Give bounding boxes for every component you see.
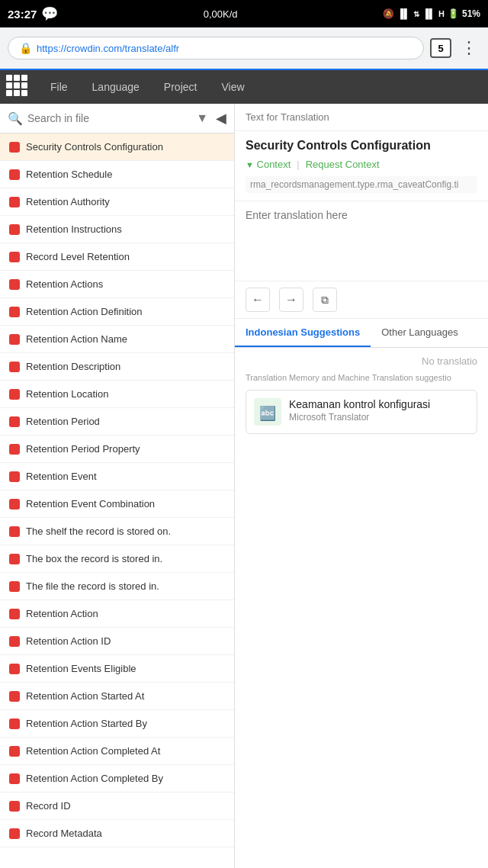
file-item-12[interactable]: Retention Period Property	[0, 436, 234, 463]
status-dot	[9, 252, 20, 262]
file-item-19[interactable]: Retention Action ID	[0, 628, 234, 655]
suggestions-tabs: Indonesian Suggestions Other Languages	[235, 319, 488, 348]
search-input[interactable]	[27, 112, 191, 124]
file-item-22[interactable]: Retention Action Started By	[0, 710, 234, 738]
file-item-1[interactable]: Security Controls Configuration	[0, 133, 234, 161]
network-speed: 0,00K/d	[204, 8, 238, 20]
file-item-26[interactable]: Record Metadata	[0, 820, 234, 847]
request-context-link[interactable]: Request Context	[306, 159, 380, 170]
status-dot	[9, 416, 20, 427]
file-item-label: Retention Action Name	[26, 333, 127, 345]
grid-icon[interactable]	[6, 75, 30, 99]
translation-input[interactable]	[246, 209, 477, 270]
status-dot	[9, 746, 20, 757]
file-item-label: Retention Action Completed By	[26, 773, 163, 784]
left-panel: 🔍 ▼ ◀ Security Controls ConfigurationRet…	[0, 104, 235, 868]
right-panel: Text for Translation Security Controls C…	[235, 104, 488, 868]
file-item-label: Retention Action	[26, 608, 98, 619]
file-item-25[interactable]: Record ID	[0, 792, 234, 820]
status-dot	[9, 664, 20, 674]
suggestion-card[interactable]: 🔤 Keamanan kontrol konfigurasi Microsoft…	[246, 390, 477, 434]
status-dot	[9, 224, 20, 235]
file-item-14[interactable]: Retention Event Combination	[0, 490, 234, 518]
file-item-9[interactable]: Retention Description	[0, 353, 234, 381]
file-item-label: The shelf the record is stored on.	[26, 526, 171, 537]
signal-icon: ▐▌	[397, 8, 410, 19]
status-dot	[9, 828, 20, 839]
file-item-13[interactable]: Retention Event	[0, 463, 234, 490]
nav-language[interactable]: Language	[82, 76, 150, 98]
prev-button[interactable]: ←	[246, 288, 270, 312]
file-item-5[interactable]: Record Level Retention	[0, 243, 234, 271]
status-dot	[9, 801, 20, 812]
file-item-3[interactable]: Retention Authority	[0, 188, 234, 216]
lock-icon: 🔒	[19, 42, 32, 54]
file-item-2[interactable]: Retention Schedule	[0, 161, 234, 188]
nav-project[interactable]: Project	[153, 76, 208, 98]
nav-file[interactable]: File	[40, 76, 79, 98]
copy-source-button[interactable]: ⧉	[313, 288, 337, 312]
status-dot	[9, 719, 20, 729]
file-item-label: Retention Period Property	[26, 443, 140, 455]
file-item-8[interactable]: Retention Action Name	[0, 326, 234, 353]
file-item-label: Retention Location	[26, 388, 108, 400]
file-item-label: Retention Action Started By	[26, 718, 147, 729]
source-key: rma_recordsmanagement.type.rma_caveatCon…	[246, 176, 477, 193]
file-item-16[interactable]: The box the record is stored in.	[0, 545, 234, 573]
file-item-18[interactable]: Retention Action	[0, 600, 234, 628]
file-item-label: Record ID	[26, 800, 71, 812]
status-dot	[9, 279, 20, 290]
svg-text:🔤: 🔤	[259, 405, 277, 422]
status-dot	[9, 362, 20, 372]
suggestion-source-text: Microsoft Translator	[289, 412, 430, 423]
file-item-17[interactable]: The file the record is stored in.	[0, 573, 234, 600]
battery-icon: 🔋	[448, 8, 459, 19]
file-item-4[interactable]: Retention Instructions	[0, 216, 234, 243]
file-item-10[interactable]: Retention Location	[0, 381, 234, 408]
file-item-15[interactable]: The shelf the record is stored on.	[0, 518, 234, 545]
file-item-6[interactable]: Retention Actions	[0, 271, 234, 298]
suggestions-content: No translatio Translation Memory and Mac…	[235, 348, 488, 868]
file-item-label: Retention Events Eligible	[26, 663, 136, 674]
file-item-21[interactable]: Retention Action Started At	[0, 683, 234, 710]
tab-indonesian[interactable]: Indonesian Suggestions	[235, 319, 371, 347]
file-item-20[interactable]: Retention Events Eligible	[0, 655, 234, 683]
file-item-11[interactable]: Retention Period	[0, 408, 234, 436]
status-dot	[9, 307, 20, 317]
file-item-label: Retention Event	[26, 471, 97, 482]
url-input[interactable]: 🔒 https://crowdin.com/translate/alfr	[8, 37, 424, 59]
url-text: https://crowdin.com/translate/alfr	[37, 43, 179, 54]
source-title: Security Controls Configuration	[246, 139, 477, 153]
time: 23:27	[8, 8, 37, 21]
nav-arrows: ← → ⧉	[235, 281, 488, 319]
filter-icon[interactable]: ▼	[196, 111, 208, 125]
text-for-translation-label: Text for Translation	[246, 111, 329, 123]
status-dot	[9, 334, 20, 345]
status-dot	[9, 636, 20, 647]
tab-count-button[interactable]: 5	[430, 38, 451, 58]
file-item-24[interactable]: Retention Action Completed By	[0, 765, 234, 792]
context-link[interactable]: ▼ Context	[246, 159, 291, 170]
status-dot	[9, 499, 20, 510]
status-bar: 23:27 💬 0,00K/d 🔕 ▐▌ ⇅ ▐▌ H 🔋 51%	[0, 0, 488, 27]
h-icon: H	[438, 9, 445, 18]
more-options-button[interactable]: ⋮	[458, 38, 480, 58]
search-bar: 🔍 ▼ ◀	[0, 104, 234, 133]
file-item-label: Security Controls Configuration	[26, 141, 163, 153]
nav-bar: File Language Project View	[0, 70, 488, 104]
status-dot	[9, 142, 20, 153]
next-button[interactable]: →	[279, 288, 303, 312]
source-text-box: Security Controls Configuration ▼ Contex…	[235, 131, 488, 201]
file-item-label: The box the record is stored in.	[26, 553, 162, 564]
nav-view[interactable]: View	[210, 76, 255, 98]
collapse-icon[interactable]: ◀	[216, 110, 226, 127]
file-item-7[interactable]: Retention Action Definition	[0, 298, 234, 326]
file-item-label: Record Level Retention	[26, 251, 130, 262]
tab-other-languages[interactable]: Other Languages	[371, 319, 468, 347]
file-item-23[interactable]: Retention Action Completed At	[0, 738, 234, 765]
status-dot	[9, 197, 20, 207]
data-icon: ⇅	[413, 10, 419, 18]
translator-icon: 🔤	[254, 398, 281, 426]
file-item-label: Retention Instructions	[26, 223, 122, 235]
status-dot	[9, 609, 20, 619]
